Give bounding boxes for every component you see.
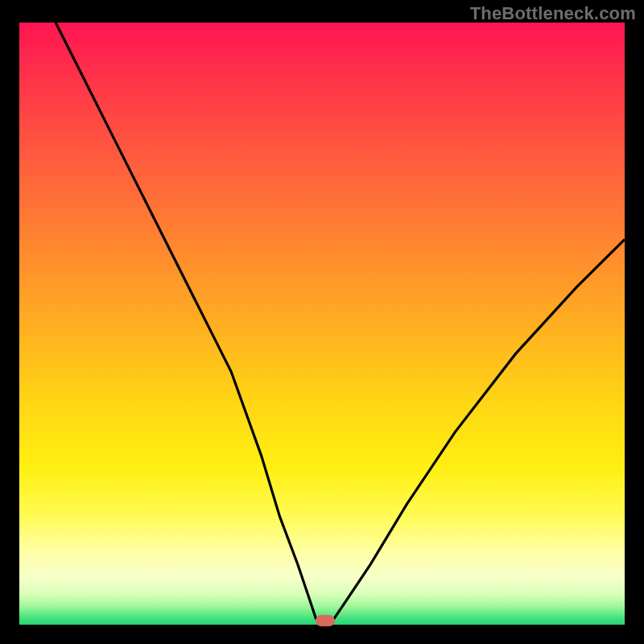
chart-frame: TheBottleneck.com xyxy=(0,0,644,644)
bottleneck-curve xyxy=(19,23,625,625)
plot-area xyxy=(19,23,625,625)
watermark-text: TheBottleneck.com xyxy=(470,3,636,24)
minimum-marker xyxy=(316,615,335,626)
